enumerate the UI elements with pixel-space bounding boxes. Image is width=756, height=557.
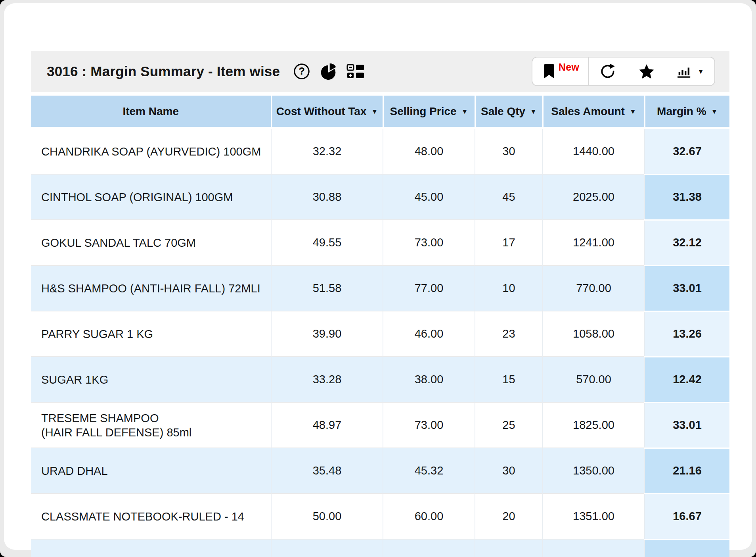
- cell-margin: 13.26: [645, 311, 729, 357]
- cell-cost: 32.32: [271, 128, 383, 175]
- cell-item: GOKUL SANDAL TALC 70GM: [31, 220, 271, 265]
- cell-amount: 2025.00: [543, 174, 645, 220]
- bar-chart-icon: [676, 63, 693, 79]
- sort-caret-icon: ▼: [371, 108, 378, 116]
- cell-amount: 1352.00: [543, 539, 645, 557]
- chevron-down-icon: ▼: [697, 68, 704, 75]
- screen: 3016 : Margin Summary - Item wise ?: [0, 0, 756, 557]
- sort-caret-icon: ▼: [530, 108, 537, 116]
- column-header-qty[interactable]: Sale Qty▼: [475, 96, 543, 128]
- cell-item: TRESEME SHAMPOO (HAIR FALL DEFENSE) 85ml: [31, 402, 271, 448]
- column-label: Cost Without Tax: [276, 105, 367, 117]
- column-label: Sale Qty: [481, 105, 525, 117]
- new-badge: New: [559, 61, 579, 73]
- cell-item: CLASSMATE NOTEBOOK-RULED - 14: [31, 494, 271, 539]
- table-body: CHANDRIKA SOAP (AYURVEDIC) 100GM32.3248.…: [31, 128, 729, 557]
- cell-margin: 21.16: [645, 448, 729, 494]
- column-header-amount[interactable]: Sales Amount▼: [543, 96, 645, 128]
- summary-grid-icon[interactable]: [346, 63, 365, 79]
- cell-margin: 16.67: [645, 494, 729, 539]
- cell-amount: 1241.00: [543, 220, 645, 265]
- cell-qty: 25: [475, 539, 543, 557]
- cell-cost: 33.28: [271, 357, 383, 402]
- cell-margin: 33.01: [645, 265, 729, 311]
- cell-item: URAD DHAL: [31, 448, 271, 494]
- cell-qty: 17: [475, 220, 543, 265]
- cell-amount: 570.00: [543, 357, 645, 402]
- cell-cost: 39.90: [271, 311, 383, 357]
- cell-qty: 45: [475, 174, 543, 220]
- cell-cost: 51.58: [271, 265, 383, 311]
- help-icon[interactable]: ?: [293, 63, 310, 80]
- cell-qty: 10: [475, 265, 543, 311]
- column-header-margin[interactable]: Margin %▼: [645, 96, 729, 128]
- table-row: CINTHOL SOAP (ORIGINAL) 100GM30.8845.004…: [31, 174, 729, 220]
- cell-item: MANNA INSTANT BADAM DRINK MIX: [31, 539, 271, 557]
- column-header-cost[interactable]: Cost Without Tax▼: [271, 96, 383, 128]
- toolbar: New: [532, 57, 715, 86]
- cell-price: 77.00: [383, 265, 475, 311]
- cell-qty: 30: [475, 448, 543, 494]
- column-label: Sales Amount: [551, 105, 625, 117]
- cell-item: CHANDRIKA SOAP (AYURVEDIC) 100GM: [31, 128, 271, 175]
- cell-price: 48.00: [383, 128, 475, 175]
- title-group: 3016 : Margin Summary - Item wise ?: [47, 62, 365, 81]
- cell-item: PARRY SUGAR 1 KG: [31, 311, 271, 357]
- pie-chart-icon[interactable]: [320, 62, 337, 81]
- cell-item: H&S SHAMPOO (ANTI-HAIR FALL) 72MLI: [31, 265, 271, 311]
- sort-caret-icon: ▼: [711, 108, 718, 116]
- cell-qty: 23: [475, 311, 543, 357]
- bookmark-icon: [543, 63, 555, 80]
- cell-cost: 250.00: [271, 539, 383, 557]
- column-label: Margin %: [657, 105, 706, 117]
- cell-cost: 49.55: [271, 220, 383, 265]
- column-label: Selling Price: [390, 105, 457, 117]
- cell-amount: 1058.00: [543, 311, 645, 357]
- table-row: CLASSMATE NOTEBOOK-RULED - 1450.0060.002…: [31, 494, 729, 539]
- chart-view-button[interactable]: ▼: [666, 58, 714, 85]
- cell-margin: 32.12: [645, 220, 729, 265]
- star-icon: [638, 63, 655, 80]
- column-header-price[interactable]: Selling Price▼: [383, 96, 475, 128]
- cell-price: 38.00: [383, 357, 475, 402]
- cell-qty: 30: [475, 128, 543, 175]
- cell-price: 46.00: [383, 311, 475, 357]
- cell-cost: 30.88: [271, 174, 383, 220]
- favorite-button[interactable]: [628, 58, 666, 85]
- cell-amount: 1350.00: [543, 448, 645, 494]
- svg-text:?: ?: [299, 65, 305, 77]
- cell-amount: 1351.00: [543, 494, 645, 539]
- table-row: H&S SHAMPOO (ANTI-HAIR FALL) 72MLI51.587…: [31, 265, 729, 311]
- table-row: GOKUL SANDAL TALC 70GM49.5573.00171241.0…: [31, 220, 729, 265]
- cell-price: 73.00: [383, 402, 475, 448]
- cell-amount: 770.00: [543, 265, 645, 311]
- cell-item: CINTHOL SOAP (ORIGINAL) 100GM: [31, 174, 271, 220]
- column-header-item: Item Name: [31, 96, 271, 128]
- table-row: SUGAR 1KG33.2838.0015570.0012.42: [31, 357, 729, 402]
- report-header: 3016 : Margin Summary - Item wise ?: [31, 51, 729, 92]
- cell-qty: 20: [475, 494, 543, 539]
- refresh-icon: [599, 62, 617, 81]
- cell-price: 45.32: [383, 448, 475, 494]
- bookmark-button[interactable]: New: [532, 58, 588, 85]
- cell-item: SUGAR 1KG: [31, 357, 271, 402]
- table-header-row: Item NameCost Without Tax▼Selling Price▼…: [31, 96, 729, 128]
- sort-caret-icon: ▼: [630, 108, 636, 116]
- cell-price: 292.00: [383, 539, 475, 557]
- cell-cost: 48.97: [271, 402, 383, 448]
- cell-cost: 35.48: [271, 448, 383, 494]
- cell-price: 45.00: [383, 174, 475, 220]
- table-row: MANNA INSTANT BADAM DRINK MIX250.00292.0…: [31, 539, 729, 557]
- table-row: PARRY SUGAR 1 KG39.9046.00231058.0013.26: [31, 311, 729, 357]
- cell-price: 73.00: [383, 220, 475, 265]
- refresh-button[interactable]: [589, 58, 628, 85]
- cell-margin: 12.42: [645, 357, 729, 402]
- table-row: URAD DHAL35.4845.32301350.0021.16: [31, 448, 729, 494]
- table-row: TRESEME SHAMPOO (HAIR FALL DEFENSE) 85ml…: [31, 402, 729, 448]
- cell-margin: 14.38: [645, 539, 729, 557]
- report-container: 3016 : Margin Summary - Item wise ?: [31, 51, 729, 557]
- cell-price: 60.00: [383, 494, 475, 539]
- cell-qty: 25: [475, 402, 543, 448]
- sort-caret-icon: ▼: [461, 108, 468, 116]
- margin-summary-table: Item NameCost Without Tax▼Selling Price▼…: [31, 96, 729, 557]
